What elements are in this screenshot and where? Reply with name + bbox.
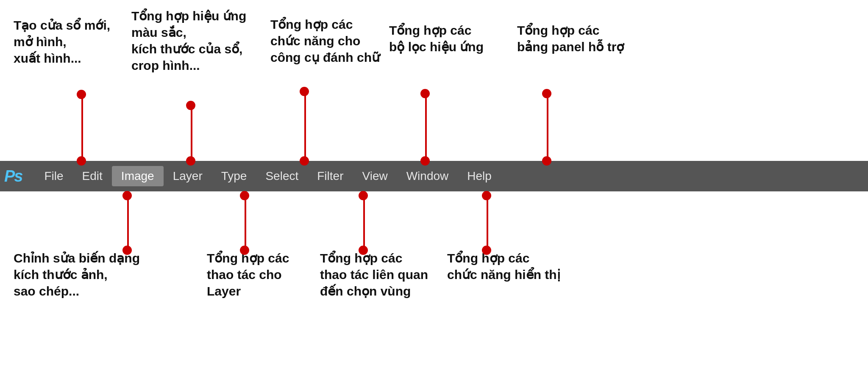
file-annotation-line [81,98,83,160]
file-annotation-text: Tạo cửa sổ mới,mở hình,xuất hình... [14,17,110,66]
filter-annotation-dot-top [420,89,430,98]
ps-logo: Ps [4,167,22,185]
menu-select[interactable]: Select [256,166,308,186]
edit-annotation-dot-top [122,191,132,200]
select-annotation-line [363,191,365,251]
file-annotation-dot-bottom [77,156,86,166]
edit-annotation-text: Chỉnh sửa biến dạngkích thước ảnh,sao ch… [14,250,140,299]
type-annotation-dot-top [300,87,309,96]
type-annotation-text: Tổng hợp cácchức năng chocông cụ đánh ch… [270,16,380,66]
menu-edit[interactable]: Edit [73,166,112,186]
menu-help[interactable]: Help [458,166,501,186]
image-annotation-dot-top [186,101,195,110]
menu-layer[interactable]: Layer [164,166,212,186]
menu-filter[interactable]: Filter [308,166,353,186]
layer-annotation-dot-bottom [240,246,249,255]
image-annotation-line [191,109,192,160]
menu-window[interactable]: Window [397,166,458,186]
select-annotation-dot-bottom [359,246,368,255]
window-annotation-line [547,97,548,160]
type-annotation-line [304,95,306,160]
window-annotation-text: Tổng hợp cácbảng panel hỗ trợ [517,22,624,55]
select-annotation-text: Tổng hợp cácthao tác liên quanđến chọn v… [320,250,428,299]
image-annotation-dot-bottom [186,156,195,166]
menu-type[interactable]: Type [212,166,256,186]
filter-annotation-text: Tổng hợp cácbộ lọc hiệu ứng [389,22,484,55]
menu-view[interactable]: View [353,166,397,186]
view-annotation-dot-top [482,191,491,200]
layer-annotation-line [245,191,246,251]
menu-file[interactable]: File [35,166,72,186]
select-annotation-dot-top [359,191,368,200]
image-annotation-text: Tổng hợp hiệu ứngmàu sắc,kích thước của … [131,8,246,74]
view-annotation-text: Tổng hợp cácchức năng hiển thị [447,250,560,283]
window-annotation-dot-bottom [542,156,551,166]
type-annotation-dot-bottom [300,156,309,166]
layer-annotation-dot-top [240,191,249,200]
filter-annotation-dot-bottom [420,156,430,166]
view-annotation-line [487,191,488,251]
window-annotation-dot-top [542,89,551,98]
edit-annotation-line [127,191,129,251]
layer-annotation-text: Tổng hợp cácthao tác choLayer [207,250,289,299]
menubar: Ps File Edit Image Layer Type Select Fil… [0,161,868,191]
file-annotation-dot-top [77,90,86,99]
edit-annotation-dot-bottom [122,246,132,255]
filter-annotation-line [425,97,427,160]
view-annotation-dot-bottom [482,246,491,255]
menu-image[interactable]: Image [112,166,164,186]
